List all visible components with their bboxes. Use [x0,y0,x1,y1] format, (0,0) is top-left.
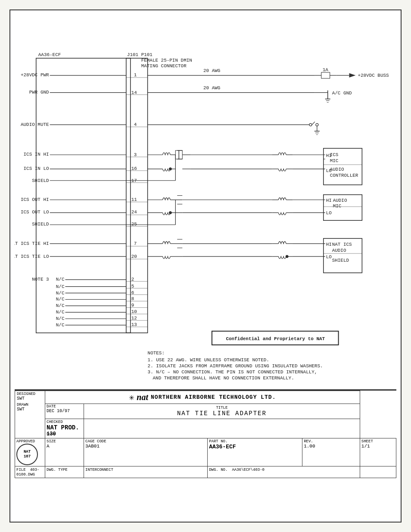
svg-line-23 [312,122,315,125]
bus-label: +28VDC BUSS [358,73,389,78]
sig-naticstihi: NAT ICS TIE HI [15,241,49,246]
date-value: DEC 10/97 [47,409,82,413]
rev-value: 1.00 [304,444,358,449]
sig-icsinhi: ICS IN HI [24,152,49,157]
svg-point-46 [169,168,171,170]
svg-point-21 [309,123,312,126]
drawing-title: NAT TIE LINE ADAPTER [86,410,358,417]
svg-rect-33 [179,150,182,159]
nc3: N/C [56,291,65,296]
sig-audiomute: AUDIO MUTE [21,122,49,127]
sig-icsoutlo: ICS OUT LO [21,210,49,215]
outer-label: AA36-ECF [38,52,61,57]
pin10: 10 [131,309,137,314]
nc7: N/C [56,316,65,321]
pin6: 6 [131,290,134,295]
fuse-label: 1A [323,67,329,72]
box1-label1: ICS [330,152,339,157]
part-value: AA36-ECF [209,444,301,450]
page: text { font-family: 'Courier New', Couri… [0,0,411,532]
awg-label1: 20 AWG [203,68,220,73]
pin3: 3 [134,152,137,157]
box2-lo: LO [326,210,332,216]
checked-label: CHECKED [47,420,82,424]
svg-rect-32 [175,150,179,159]
sig-shield1: SHIELD [32,178,49,183]
box1-label2: MIC [330,158,339,163]
title-label: TITLE [86,406,358,410]
box3-label1: NAT ICS [332,242,352,247]
svg-rect-6 [321,72,330,78]
schematic-area: text { font-family: 'Courier New', Couri… [15,15,396,390]
cage-label: CAGE CODE [85,439,206,444]
pin9: 9 [131,303,134,308]
sig-28vdc: +28VDC PWR [21,72,49,78]
pin25: 25 [131,222,137,227]
dwg-no-value: AA36\ECF\403-0 [232,468,265,472]
nc1: N/C [56,277,65,282]
svg-point-70 [169,211,171,214]
designed-label: DESIGNED [17,392,43,396]
part-label: PART NO. [209,439,301,444]
pin2: 2 [131,277,134,282]
checked-value: NAT PROD. [47,424,82,431]
awg-label2: 20 AWG [203,85,220,91]
svg-marker-9 [349,73,355,78]
date-label: DATE [47,404,82,409]
schematic-svg: text { font-family: 'Courier New', Couri… [15,15,396,389]
notes-header: NOTES: [148,350,165,356]
pin20: 20 [131,254,137,259]
note2: 2. ISOLATE JACKS FROM AIRFRAME GROUND US… [148,363,323,369]
nc4: N/C [56,297,65,302]
rev-label: REV. [304,439,358,444]
company-name: NORTHERN AIRBORNE TECHNOLOGY LTD. [151,394,276,401]
nat-logo-text: nat [137,392,148,402]
pin12: 12 [131,316,137,321]
pin16: 16 [131,166,137,171]
sig-icsouthi: ICS OUT HI [21,197,49,202]
pin11: 11 [131,197,137,202]
box1-sub1: AUDIO [330,167,344,172]
sheet-value: 1/1 [361,444,395,449]
confidential-text: Confidential and Proprietary to NAT [226,336,325,341]
pin5: 5 [131,284,134,289]
box3-lo: LO [326,254,332,260]
note3a: 3. N/C – NO CONNECTION. THE PIN IS NOT C… [148,369,318,375]
sig-pwrgnd: PWR GND [29,90,49,95]
checked-sub: 130 [47,431,82,437]
cage-value: 3AB01 [85,444,206,449]
stamp: NAT 107 [16,444,38,465]
box2-label2: MIC [333,203,342,209]
svg-point-22 [316,123,318,126]
drawn-label: DRAWN [17,403,43,407]
approved-label: APPROVED [16,439,44,444]
pin24: 24 [131,210,137,215]
size-label: SIZE [47,439,82,444]
note3-label: NOTE 3 [32,277,49,282]
box3-hi: HI [326,242,332,247]
pin1: 1 [134,72,137,78]
pin4: 4 [134,122,137,127]
box2-hi: HI [326,198,332,203]
pin8: 8 [131,296,134,301]
nc2: N/C [56,284,65,289]
file-label: FILE [16,468,26,472]
p101-label: P101 [141,52,153,57]
dwg-type-label: DWG. TYPE [47,468,68,472]
svg-rect-0 [36,58,131,333]
connector-sub1: FEMALE 25-PIN DMIN [141,58,192,63]
nc5: N/C [56,303,65,308]
box2-label1: AUDIO [333,198,347,203]
svg-rect-1 [126,58,148,333]
dwg-type-value: INTERCONNECT [85,468,113,472]
designed-value: SWT [17,396,43,401]
title-block: DESIGNED SWT DRAWN SWT ✳ nat NORTHERN AI… [15,390,396,478]
nc6: N/C [56,310,65,315]
sig-icsinlo: ICS IN LO [24,166,50,171]
pin7: 7 [134,241,137,246]
drawing-border: text { font-family: 'Courier New', Couri… [9,9,402,523]
pin14: 14 [131,90,137,95]
box3-shield: SHIELD [332,258,349,263]
j101-label: J101 [127,52,139,57]
pin13: 13 [131,322,137,327]
